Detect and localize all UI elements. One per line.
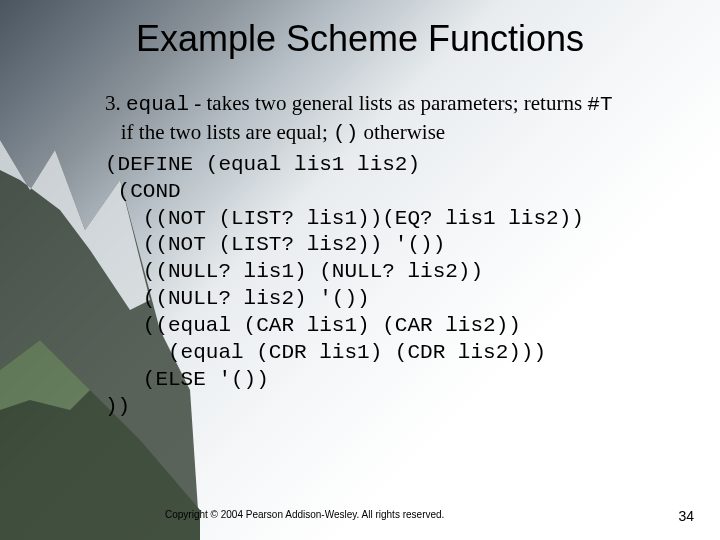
page-number: 34 [678,508,694,524]
intro-text: 3. equal - takes two general lists as pa… [105,90,720,148]
empty-list: () [333,122,358,145]
fn-name: equal [126,93,189,116]
copyright-footer: Copyright © 2004 Pearson Addison-Wesley.… [165,509,444,520]
intro-mid1: - takes two general lists as parameters;… [189,91,587,115]
slide-title: Example Scheme Functions [0,18,720,60]
item-number: 3. [105,91,126,115]
slide: Example Scheme Functions 3. equal - take… [0,0,720,540]
slide-body: 3. equal - takes two general lists as pa… [105,90,720,421]
code-block: (DEFINE (equal lis1 lis2) (COND ((NOT (L… [105,152,720,421]
return-true: #T [587,93,612,116]
intro-line2a: if the two lists are equal; [121,120,333,144]
intro-line2b: otherwise [364,120,446,144]
